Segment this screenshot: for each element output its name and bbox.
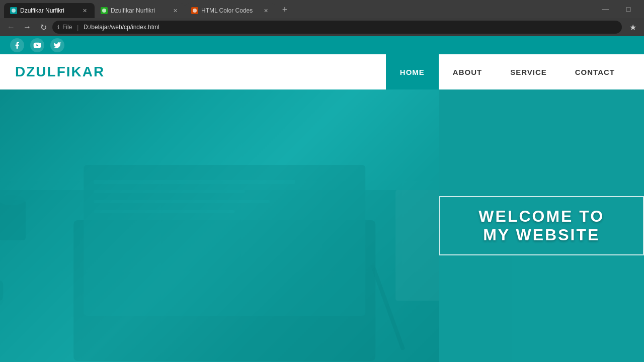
minimize-button[interactable]: —	[594, 2, 617, 17]
back-button[interactable]: ←	[4, 20, 18, 34]
site-header: DZULFIKAR HOME ABOUT SERVICE CONTACT	[0, 54, 644, 89]
new-tab-button[interactable]: +	[278, 3, 292, 17]
maximize-button[interactable]: □	[617, 2, 640, 17]
reload-button[interactable]: ↻	[36, 20, 50, 34]
toolbar-actions: ★	[626, 20, 640, 34]
nav-home[interactable]: HOME	[386, 54, 439, 89]
hero-box: WELCOME TO MY WEBSITE	[439, 196, 645, 255]
forward-button[interactable]: →	[20, 20, 34, 34]
tab-3-close[interactable]: ✕	[262, 7, 270, 15]
facebook-icon[interactable]	[10, 38, 24, 52]
tab-3-label: HTML Color Codes	[201, 7, 259, 14]
bookmark-button[interactable]: ★	[626, 20, 640, 34]
tab-1-close[interactable]: ✕	[80, 7, 89, 15]
twitter-icon[interactable]	[50, 38, 64, 52]
tab-2-close[interactable]: ✕	[171, 7, 179, 15]
browser-toolbar: ← → ↻ ℹ File | D:/belajar/web/cp/index.h…	[0, 18, 644, 36]
tab-2-label: Dzulfikar Nurfikri	[111, 7, 168, 14]
hero-title: WELCOME TO MY WEBSITE	[465, 207, 618, 244]
site-nav: HOME ABOUT SERVICE CONTACT	[386, 54, 629, 89]
hero-section: WELCOME TO MY WEBSITE	[0, 89, 644, 362]
tab-1-label: Dzulfikar Nurfikri	[20, 7, 77, 14]
nav-contact[interactable]: CONTACT	[561, 54, 629, 89]
address-bar[interactable]: ℹ File | D:/belajar/web/cp/index.html	[52, 21, 622, 34]
svg-point-2	[193, 9, 197, 13]
tab-3[interactable]: HTML Color Codes ✕	[185, 3, 276, 18]
tab-3-favicon	[191, 7, 198, 14]
tab-2[interactable]: Dzulfikar Nurfikri ✕	[95, 3, 185, 18]
browser-chrome: Dzulfikar Nurfikri ✕ Dzulfikar Nurfikri …	[0, 0, 644, 36]
website: DZULFIKAR HOME ABOUT SERVICE CONTACT	[0, 36, 644, 362]
address-lock-icon: ℹ	[57, 24, 59, 31]
svg-point-1	[102, 9, 106, 13]
nav-service[interactable]: SERVICE	[496, 54, 561, 89]
hero-content: WELCOME TO MY WEBSITE	[439, 196, 645, 255]
youtube-icon[interactable]	[30, 38, 44, 52]
nav-about[interactable]: ABOUT	[439, 54, 496, 89]
tab-2-favicon	[101, 7, 108, 14]
site-logo[interactable]: DZULFIKAR	[15, 64, 386, 80]
social-bar	[0, 36, 644, 54]
address-separator: |	[75, 24, 80, 31]
window-controls: — □	[594, 2, 640, 17]
address-protocol: File	[62, 24, 72, 31]
svg-point-0	[12, 9, 16, 13]
tab-1-favicon	[10, 7, 17, 14]
browser-titlebar: Dzulfikar Nurfikri ✕ Dzulfikar Nurfikri …	[0, 0, 644, 18]
tab-1[interactable]: Dzulfikar Nurfikri ✕	[4, 3, 95, 18]
address-url: D:/belajar/web/cp/index.html	[84, 24, 159, 31]
